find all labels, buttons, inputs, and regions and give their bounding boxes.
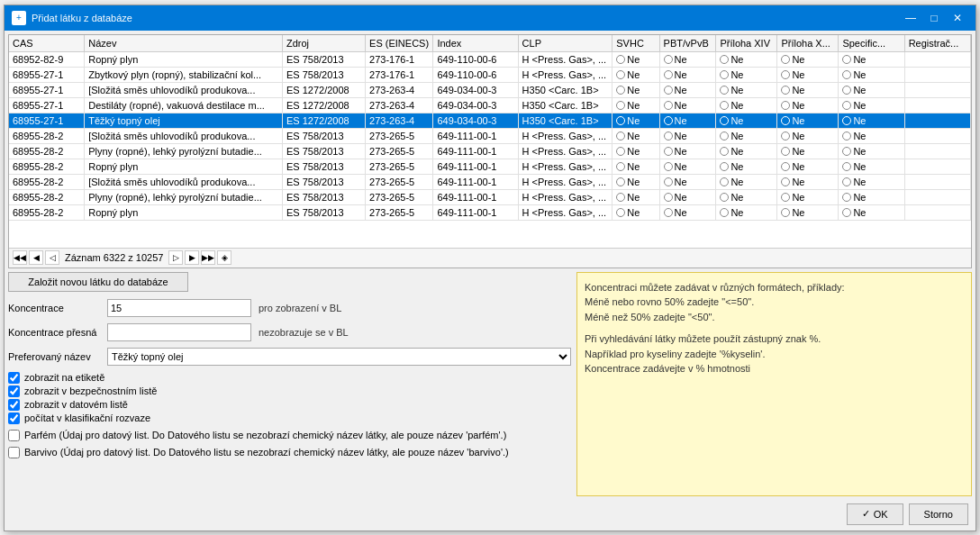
checkboxes-container: zobrazit na etiketězobrazit v bezpečnost… (8, 372, 571, 426)
table-row[interactable]: 68955-28-2[Složitá směs uhlovodíků produ… (9, 174, 971, 189)
preferred-label: Preferovaný název (8, 351, 107, 362)
table-cell: ES 758/2013 (282, 51, 365, 67)
table-cell: Ne (839, 174, 904, 189)
koncentrace-presna-row: Koncentrace přesná nezobrazuje se v BL (8, 323, 571, 341)
barvivo-row: Barvivo (Údaj pro datový list. Do Datové… (8, 447, 571, 458)
table-row[interactable]: 68955-28-2Ropný plynES 758/2013273-265-5… (9, 159, 971, 174)
close-button[interactable]: ✕ (947, 9, 968, 27)
table-cell: H <Press. Gas>, ... (518, 143, 612, 159)
koncentrace-input[interactable] (107, 299, 251, 317)
table-cell: 273-265-5 (366, 159, 433, 174)
header-clp: CLP (518, 35, 612, 52)
last-page-button[interactable]: ▶▶ (201, 250, 215, 265)
table-cell: Ne (716, 51, 777, 67)
cb3-checkbox[interactable] (8, 399, 20, 411)
table-row[interactable]: 68955-27-1Zbytkový plyn (ropný), stabili… (9, 67, 971, 82)
cb1-label: zobrazit na etiketě (24, 372, 104, 383)
storno-button[interactable]: Storno (909, 503, 968, 525)
window-title: Přidat látku z databáze (32, 13, 132, 23)
title-bar-controls: — □ ✕ (900, 9, 968, 27)
koncentrace-note: pro zobrazení v BL (259, 303, 341, 313)
table-cell: Ne (777, 113, 839, 128)
table-cell: Plyny (ropné), lehký pyrolýzní butadie..… (85, 143, 283, 159)
prev-page-button[interactable]: ◀ (29, 250, 43, 265)
table-row[interactable]: 68955-27-1Těžký topný olejES 1272/200827… (9, 113, 971, 128)
parfem-row: Parfém (Údaj pro datový list. Do Datovéh… (8, 430, 571, 441)
table-cell: Zbytkový plyn (ropný), stabilizační kol.… (85, 67, 283, 82)
table-cell: ES 758/2013 (282, 67, 365, 82)
next-step-button[interactable]: ▷ (168, 250, 183, 265)
ok-button[interactable]: ✓ OK (847, 503, 903, 525)
table-cell: Ne (612, 51, 659, 67)
table-cell: 273-265-5 (366, 143, 433, 159)
table-cell: Ne (777, 204, 839, 220)
table-cell: 649-110-00-6 (433, 67, 518, 82)
parfem-checkbox[interactable] (8, 430, 20, 441)
table-cell: 273-263-4 (366, 82, 433, 97)
table-row[interactable]: 68955-28-2Plyny (ropné), lehký pyrolýzní… (9, 143, 971, 159)
next-page-button[interactable]: ▶ (185, 250, 199, 265)
header-cas: CAS (9, 35, 85, 52)
help-line6: Například pro kyseliny zadejte '%kyselin… (585, 347, 964, 362)
table-cell: 68952-82-9 (9, 51, 85, 67)
table-cell: Ne (659, 174, 716, 189)
data-table-section: CAS Název Zdroj ES (EINECS) Index CLP SV… (8, 34, 972, 268)
table-cell: Ne (777, 189, 839, 204)
table-cell: 649-034-00-3 (433, 113, 518, 128)
table-cell: Ne (839, 189, 904, 204)
table-cell: Ne (612, 174, 659, 189)
table-row[interactable]: 68955-28-2Ropný plynES 758/2013273-265-5… (9, 204, 971, 220)
table-cell: Ne (612, 67, 659, 82)
cb2-checkbox[interactable] (8, 385, 20, 397)
table-cell: 68955-27-1 (9, 82, 85, 97)
minimize-button[interactable]: — (900, 9, 921, 27)
found-new-substance-button[interactable]: Založit novou látku do databáze (8, 272, 188, 292)
maximize-button[interactable]: □ (923, 9, 945, 27)
table-cell: Ne (839, 159, 904, 174)
help-line5: Při vyhledávání látky můžete použít zást… (585, 331, 964, 347)
main-window: + Přidat látku z databáze — □ ✕ CAS Náze… (4, 5, 976, 531)
header-pbt: PBT/vPvB (659, 35, 716, 52)
table-cell: 649-034-00-3 (433, 82, 518, 97)
table-cell (904, 97, 970, 113)
cb4-checkbox[interactable] (8, 413, 20, 424)
table-cell: Ne (839, 204, 904, 220)
preferred-select[interactable]: Těžký topný olej (107, 348, 571, 366)
table-header-row: CAS Název Zdroj ES (EINECS) Index CLP SV… (9, 35, 971, 52)
ok-checkmark: ✓ (862, 508, 870, 520)
table-body[interactable]: 68952-82-9Ropný plynES 758/2013273-176-1… (9, 51, 971, 220)
table-row[interactable]: 68955-27-1[Složitá směs uhlovodíků produ… (9, 82, 971, 97)
help-panel: Koncentraci můžete zadávat v různých for… (576, 272, 972, 496)
first-page-button[interactable]: ◀◀ (13, 250, 27, 265)
table-cell: [Složitá směs uhlovodíků produkova... (85, 128, 283, 143)
cb1-checkbox[interactable] (8, 372, 20, 384)
extra-nav-button[interactable]: ◈ (217, 250, 231, 265)
table-wrapper[interactable]: CAS Název Zdroj ES (EINECS) Index CLP SV… (9, 35, 971, 248)
table-cell: ES 758/2013 (282, 128, 365, 143)
table-cell: Ne (777, 82, 839, 97)
koncentrace-presna-input[interactable] (107, 323, 251, 341)
barvivo-checkbox[interactable] (8, 447, 20, 458)
header-nazev: Název (85, 35, 283, 52)
header-es: ES (EINECS) (366, 35, 433, 52)
header-priloha15: Příloha X... (777, 35, 839, 52)
action-row: ✓ OK Storno (8, 500, 972, 527)
table-cell: Ne (777, 128, 839, 143)
prev-step-button[interactable]: ◁ (45, 250, 59, 265)
table-cell: [Složitá směs uhlovodíků produkova... (85, 82, 283, 97)
table-cell: 273-265-5 (366, 128, 433, 143)
table-cell: Ne (612, 97, 659, 113)
table-cell: 649-111-00-1 (433, 159, 518, 174)
help-line3: Méně než 50% zadejte "<50". (585, 310, 964, 325)
table-row[interactable]: 68952-82-9Ropný plynES 758/2013273-176-1… (9, 51, 971, 67)
table-cell: Ne (612, 204, 659, 220)
table-cell: H <Press. Gas>, ... (518, 51, 612, 67)
table-row[interactable]: 68955-28-2Plyny (ropné), lehký pyrolýzní… (9, 189, 971, 204)
table-row[interactable]: 68955-27-1Destiláty (ropné), vakuová des… (9, 97, 971, 113)
table-row[interactable]: 68955-28-2[Složitá směs uhlovodíků produ… (9, 128, 971, 143)
table-cell: Ropný plyn (85, 159, 283, 174)
header-index: Index (433, 35, 518, 52)
table-cell: Ne (777, 97, 839, 113)
table-cell: H350 <Carc. 1B> (518, 97, 612, 113)
preferred-row: Preferovaný název Těžký topný olej (8, 348, 571, 366)
